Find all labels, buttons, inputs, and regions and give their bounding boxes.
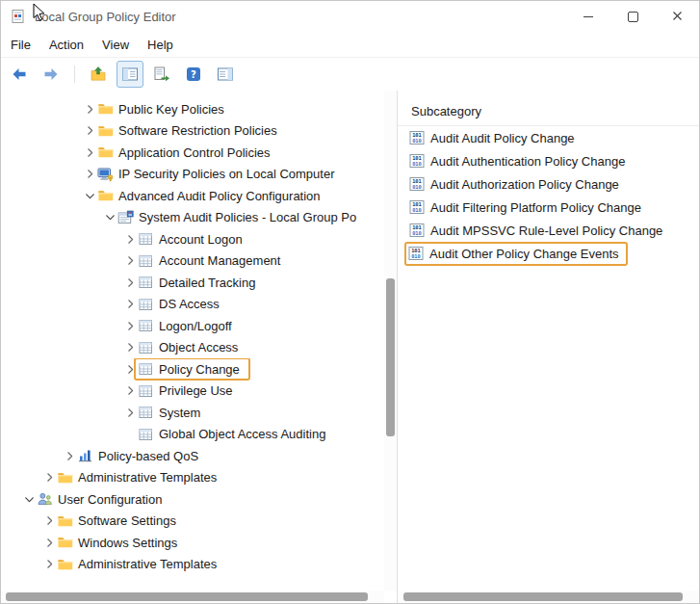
tree-item[interactable]: Administrative Templates <box>1 554 383 576</box>
tree-item[interactable]: System Audit Policies - Local Group Po <box>1 207 383 229</box>
tree-item[interactable]: Global Object Access Auditing <box>1 424 383 446</box>
audit-icon <box>138 427 154 442</box>
up-one-level-button[interactable] <box>85 61 112 88</box>
tree-horizontal-scrollbar-thumb[interactable] <box>6 592 368 601</box>
toolbar: ? <box>1 58 699 92</box>
tree-item[interactable]: Software Settings <box>1 511 383 533</box>
folder-icon <box>57 535 73 550</box>
tree-item[interactable]: Policy Change <box>1 358 383 381</box>
list-item[interactable]: 101010Audit Authentication Policy Change <box>398 149 699 172</box>
chevron-right-icon[interactable] <box>82 145 97 159</box>
chevron-right-icon[interactable] <box>82 124 97 138</box>
binary-icon: 101010 <box>409 130 425 145</box>
menu-help[interactable]: Help <box>147 38 173 52</box>
tree-item[interactable]: Detailed Tracking <box>1 272 383 294</box>
window-controls <box>566 1 699 32</box>
chevron-right-icon[interactable] <box>122 232 138 246</box>
main-area: Public Key PoliciesSoftware Restriction … <box>1 91 699 603</box>
tree-item-label: Application Control Policies <box>118 145 271 160</box>
chevron-right-icon[interactable] <box>122 276 138 289</box>
tree-item-label: Policy Change <box>159 362 240 377</box>
tree-item[interactable]: Policy-based QoS <box>1 445 383 467</box>
menu-action[interactable]: Action <box>49 38 84 52</box>
chevron-right-icon[interactable] <box>41 514 57 528</box>
chevron-right-icon[interactable] <box>122 341 138 355</box>
show-action-pane-button[interactable] <box>212 61 239 88</box>
close-button[interactable] <box>655 1 699 32</box>
tree-item[interactable]: DS Access <box>1 294 383 316</box>
list-item-body: 101010Audit Audit Policy Change <box>407 128 575 148</box>
tree-item[interactable]: Object Access <box>1 337 383 359</box>
chevron-right-icon[interactable] <box>122 298 138 311</box>
tree-item-label: Administrative Templates <box>78 557 217 571</box>
chevron-right-icon[interactable] <box>122 254 138 268</box>
forward-button[interactable] <box>38 61 65 88</box>
tree-horizontal-scrollbar[interactable] <box>1 591 384 603</box>
chevron-right-icon[interactable] <box>62 449 77 462</box>
tree-item[interactable]: Advanced Audit Policy Configuration <box>1 185 383 207</box>
chevron-right-icon[interactable] <box>122 406 138 419</box>
tree-item-label: Windows Settings <box>78 536 177 550</box>
list-horizontal-scrollbar-thumb[interactable] <box>403 592 683 601</box>
tree-item-label: Advanced Audit Policy Configuration <box>118 189 321 203</box>
maximize-button[interactable] <box>610 1 655 32</box>
tree-item[interactable]: Account Management <box>1 250 383 273</box>
back-button[interactable] <box>6 61 33 88</box>
list-item[interactable]: 101010Audit Filtering Platform Policy Ch… <box>398 196 699 219</box>
minimize-button[interactable] <box>566 1 610 32</box>
tree-item[interactable]: Windows Settings <box>1 532 383 554</box>
chevron-down-icon[interactable] <box>102 211 117 224</box>
tree-item-label: User Configuration <box>58 492 162 507</box>
svg-text:?: ? <box>191 69 196 80</box>
tree-item-label: Public Key Policies <box>118 102 224 117</box>
tree-item-body: System <box>138 403 200 422</box>
chevron-right-icon[interactable] <box>82 102 97 116</box>
tree-item[interactable]: IP Security Policies on Local Computer <box>1 164 383 186</box>
tree-item-body: Logon/Logoff <box>138 316 232 335</box>
tree-item[interactable]: Privilege Use <box>1 381 383 403</box>
tree-item[interactable]: Account Logon <box>1 228 383 250</box>
tree-item-body: Privilege Use <box>138 381 233 401</box>
chevron-right-icon[interactable] <box>41 471 57 485</box>
tree-item[interactable]: Administrative Templates <box>1 467 383 489</box>
menu-view[interactable]: View <box>102 38 129 52</box>
chevron-right-icon[interactable] <box>41 558 57 571</box>
help-button[interactable]: ? <box>180 61 207 88</box>
tree-vertical-scrollbar-thumb[interactable] <box>386 278 395 436</box>
tree-item-label: Software Restriction Policies <box>118 123 277 138</box>
subcategory-column-header[interactable]: Subcategory <box>398 96 699 126</box>
chevron-right-icon[interactable] <box>41 536 57 549</box>
chevron-placeholder <box>122 428 138 441</box>
export-list-icon <box>153 66 170 83</box>
ipsec-icon <box>97 167 114 182</box>
help-icon: ? <box>185 66 202 83</box>
chevron-right-icon[interactable] <box>122 319 138 332</box>
list-item[interactable]: 101010Audit Other Policy Change Events <box>398 242 699 265</box>
chevron-right-icon[interactable] <box>122 384 138 398</box>
audit-icon <box>138 340 154 355</box>
tree-item[interactable]: Software Restriction Policies <box>1 120 383 143</box>
show-action-pane-icon <box>217 66 234 83</box>
chevron-down-icon[interactable] <box>21 492 37 506</box>
export-list-button[interactable] <box>148 61 175 88</box>
tree-item-body: IP Security Policies on Local Computer <box>97 165 334 184</box>
tree-item[interactable]: User Configuration <box>1 488 383 511</box>
list-item[interactable]: 101010Audit MPSSVC Rule-Level Policy Cha… <box>398 219 699 242</box>
tree-item-label: System Audit Policies - Local Group Po <box>139 210 356 224</box>
tree-item[interactable]: Public Key Policies <box>1 98 383 120</box>
audit-icon <box>138 405 154 420</box>
list-item[interactable]: 101010Audit Authorization Policy Change <box>398 172 699 196</box>
menu-file[interactable]: File <box>11 38 31 52</box>
tree-vertical-scrollbar[interactable] <box>384 91 397 591</box>
tree-item[interactable]: System <box>1 402 383 424</box>
chevron-right-icon[interactable] <box>82 168 97 181</box>
list-horizontal-scrollbar[interactable] <box>398 591 699 603</box>
tree-item-body: Application Control Policies <box>97 143 271 162</box>
tree-item[interactable]: Logon/Logoff <box>1 315 383 337</box>
list-item[interactable]: 101010Audit Audit Policy Change <box>398 126 699 149</box>
tree-item[interactable]: Application Control Policies <box>1 142 383 164</box>
chevron-down-icon[interactable] <box>82 189 97 202</box>
show-console-tree-button[interactable] <box>117 61 143 88</box>
menu-bar: FileActionViewHelp <box>1 32 699 58</box>
show-console-tree-icon <box>121 66 139 83</box>
